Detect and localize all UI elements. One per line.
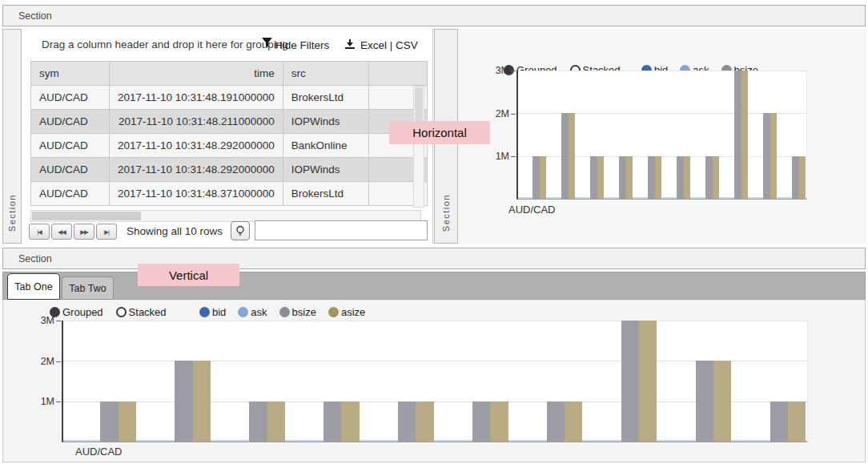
bar-asize-1 [569,113,576,199]
bar-bsize-4 [398,401,416,442]
y-tick-label: 3M [26,315,54,326]
x-axis-category-label: AUD/CAD [75,446,123,458]
legend-item-bid[interactable]: bid [199,306,226,318]
column-header-time[interactable]: time [110,62,283,86]
grid-search-input[interactable] [255,220,428,240]
radio-grouped[interactable]: Grouped [50,306,103,318]
tab-one[interactable]: Tab One [7,273,60,300]
tab-bar: Tab One Tab Two [2,272,866,300]
bar-asize-5 [490,401,508,442]
lightbulb-icon [235,225,245,237]
table-row[interactable]: AUD/CAD2017-11-10 10:31:48.371000000Brok… [31,182,428,206]
bar-asize-8 [770,113,778,199]
gridline [518,71,806,71]
bar-asize-4 [655,156,662,199]
table-body[interactable]: AUD/CAD2017-11-10 10:31:48.191000000Brok… [31,86,428,206]
section-header-top[interactable]: Section [2,5,866,26]
bar-bsize-2 [590,156,597,199]
chart-panel-horizontal: Grouped Stacked bidaskbsizeasize 1M2M3M … [458,29,866,244]
table-cell: AUD/CAD [31,86,110,110]
y-tick-label: 1M [480,151,509,162]
legend-item-bsize[interactable]: bsize [279,306,316,318]
section-header-bottom[interactable]: Section [2,248,866,269]
bar-bsize-8 [696,361,713,442]
bar-asize-0 [540,156,547,199]
y-tick-label: 1M [26,396,54,407]
bar-bsize-1 [175,361,192,442]
bar-asize-9 [788,401,806,442]
pager-next-button[interactable]: ▶▶ [74,224,94,240]
table-cell: 2017-11-10 10:31:48.371000000 [110,182,283,206]
pager-last-button[interactable]: ▶| [96,224,117,240]
chart-plot-area [516,71,807,200]
chart-legend: bidaskbsizeasize [199,306,648,318]
horizontal-scrollbar-thumb[interactable] [32,212,141,220]
bar-bsize-4 [648,156,655,199]
y-tick-mark [511,71,516,71]
filter-funnel-icon[interactable] [262,38,272,52]
y-tick-mark [511,114,516,115]
bar-asize-5 [684,156,691,199]
vertical-scrollbar[interactable] [413,86,424,208]
bar-asize-6 [565,401,582,442]
y-tick-mark [56,361,61,362]
table-cell: AUD/CAD [31,182,110,206]
bar-bsize-9 [770,401,788,442]
legend-dot-icon [328,307,339,317]
bar-asize-3 [626,156,633,199]
y-tick-mark [511,156,516,157]
tab-two[interactable]: Tab Two [62,276,114,300]
download-icon [344,38,356,53]
bar-asize-7 [741,71,749,199]
collapsed-section-left[interactable]: Section [2,29,22,244]
table-row[interactable]: AUD/CAD2017-11-10 10:31:48.191000000Brok… [31,86,428,110]
quotes-grid-panel: Drag a column header and drop it here fo… [22,29,433,244]
bar-asize-2 [267,401,285,442]
legend-item-asize[interactable]: asize [328,306,365,318]
bar-bsize-6 [705,156,713,199]
bar-bsize-7 [734,71,741,199]
table-cell: 2017-11-10 10:31:48.191000000 [110,86,283,110]
y-tick-label: 2M [480,108,509,119]
table-row[interactable]: AUD/CAD2017-11-10 10:31:48.211000000IOPW… [31,110,428,134]
export-excel-csv-link[interactable]: Excel | CSV [360,39,418,51]
bar-asize-7 [639,321,657,442]
legend-item-ask[interactable]: ask [238,306,267,318]
table-cell: AUD/CAD [31,110,110,134]
bar-bsize-3 [619,156,626,199]
radio-unselected-icon [116,307,127,317]
bar-asize-0 [119,401,136,442]
annotation-horizontal: Horizontal [389,121,490,144]
gridline [63,321,807,321]
radio-stacked[interactable]: Stacked [116,306,167,318]
bar-bsize-2 [249,401,267,442]
chart-mode-radios: Grouped Stacked [50,306,167,318]
x-axis-category-label: AUD/CAD [508,204,556,216]
y-tick-mark [56,401,61,402]
column-header-sym[interactable]: sym [31,62,110,86]
table-cell: 2017-11-10 10:31:48.211000000 [110,110,283,134]
bar-asize-2 [597,156,605,199]
quotes-table[interactable]: symtimesrc AUD/CAD2017-11-10 10:31:48.19… [30,61,428,206]
table-cell: BankOnline [283,134,368,158]
hide-filters-button[interactable]: Hide Filters [275,39,329,51]
lightbulb-button[interactable] [231,221,250,240]
table-cell: IOPWinds [283,110,368,134]
pager-prev-button[interactable]: ◀◀ [51,224,72,240]
table-cell: 2017-11-10 10:31:48.292000000 [110,158,283,182]
pager-first-button[interactable]: |◀ [29,224,50,240]
column-header-blank[interactable] [368,62,427,86]
chart-plot-area [62,321,808,442]
table-cell: IOPWinds [283,158,368,182]
table-header[interactable]: symtimesrc [31,62,428,86]
legend-dot-icon [199,307,210,317]
table-cell: 2017-11-10 10:31:48.292000000 [110,134,283,158]
legend-dot-icon [279,307,290,317]
collapsed-section-label: Section [7,194,17,232]
table-row[interactable]: AUD/CAD2017-11-10 10:31:48.292000000Bank… [31,134,428,158]
bar-bsize-8 [763,113,770,199]
bar-bsize-1 [561,113,569,199]
vertical-scrollbar-thumb[interactable] [415,87,423,121]
column-header-src[interactable]: src [283,62,368,86]
table-row[interactable]: AUD/CAD2017-11-10 10:31:48.292000000IOPW… [31,158,428,182]
